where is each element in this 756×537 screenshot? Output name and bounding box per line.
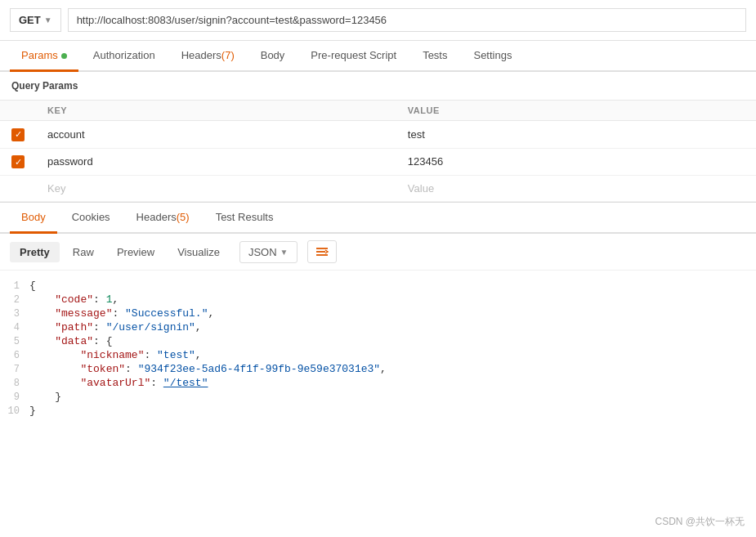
format-toolbar: Pretty Raw Preview Visualize JSON ▼	[0, 234, 756, 271]
fmt-raw[interactable]: Raw	[63, 242, 104, 262]
tab-headers[interactable]: Headers(7)	[170, 41, 246, 72]
response-tab-headers[interactable]: Headers(5)	[125, 203, 201, 234]
th-checkbox	[0, 101, 36, 121]
empty-key[interactable]: Key	[36, 176, 396, 202]
json-line-5: 5 "data": {	[0, 334, 756, 348]
row2-key[interactable]: password	[36, 148, 396, 176]
request-tabs: Params Authorization Headers(7) Body Pre…	[0, 41, 756, 72]
table-row: ✓ password 123456	[0, 148, 756, 176]
row1-key[interactable]: account	[36, 121, 396, 149]
json-line-8: 8 "avatarUrl": "/test"	[0, 376, 756, 390]
row2-checkbox[interactable]: ✓	[11, 155, 25, 168]
response-tab-body[interactable]: Body	[10, 203, 57, 234]
th-key: KEY	[36, 101, 396, 121]
wrap-button[interactable]	[307, 240, 337, 263]
json-line-9: 9 }	[0, 390, 756, 404]
tab-prerequest[interactable]: Pre-request Script	[299, 41, 408, 72]
json-line-3: 3 "message": "Successful.",	[0, 307, 756, 320]
row1-value[interactable]: test	[396, 121, 756, 149]
table-row: ✓ account test	[0, 121, 756, 149]
avatar-url-link[interactable]: "/test"	[163, 377, 208, 389]
empty-checkbox-cell	[0, 176, 36, 202]
url-bar: GET ▼	[0, 0, 756, 41]
json-display: 1 { 2 "code": 1, 3 "message": "Successfu…	[0, 271, 756, 497]
fmt-preview[interactable]: Preview	[107, 242, 164, 262]
row1-checkbox[interactable]: ✓	[11, 128, 25, 141]
method-chevron-icon: ▼	[44, 16, 52, 25]
row2-value[interactable]: 123456	[396, 148, 756, 176]
row2-checkbox-cell[interactable]: ✓	[0, 148, 36, 176]
watermark: CSDN @共饮一杯无	[655, 515, 745, 529]
format-type-label: JSON	[248, 246, 277, 258]
fmt-pretty[interactable]: Pretty	[10, 242, 60, 262]
th-value: VALUE	[396, 101, 756, 121]
params-table: KEY VALUE ✓ account test ✓ passw	[0, 100, 756, 202]
tab-params[interactable]: Params	[10, 41, 78, 72]
tab-body[interactable]: Body	[249, 41, 297, 72]
tab-authorization[interactable]: Authorization	[82, 41, 167, 72]
table-row-empty: Key Value	[0, 176, 756, 202]
response-tab-testresults[interactable]: Test Results	[204, 203, 285, 234]
json-line-2: 2 "code": 1,	[0, 293, 756, 307]
json-line-7: 7 "token": "934f23ee-5ad6-4f1f-99fb-9e59…	[0, 362, 756, 376]
tab-settings[interactable]: Settings	[462, 41, 523, 72]
tab-tests[interactable]: Tests	[411, 41, 459, 72]
format-type-dropdown[interactable]: JSON ▼	[239, 241, 297, 263]
query-params-title: Query Params	[0, 72, 756, 100]
row1-checkbox-cell[interactable]: ✓	[0, 121, 36, 149]
response-tab-cookies[interactable]: Cookies	[60, 203, 122, 234]
response-tabs: Body Cookies Headers(5) Test Results	[0, 203, 756, 234]
params-dot	[61, 53, 67, 59]
json-line-10: 10 }	[0, 404, 756, 418]
json-line-1: 1 {	[0, 279, 756, 293]
method-select[interactable]: GET ▼	[10, 8, 61, 32]
fmt-visualize[interactable]: Visualize	[168, 242, 230, 262]
json-line-6: 6 "nickname": "test",	[0, 348, 756, 362]
empty-value[interactable]: Value	[396, 176, 756, 202]
method-label: GET	[19, 14, 41, 26]
format-type-chevron-icon: ▼	[280, 248, 289, 257]
json-line-4: 4 "path": "/user/signin",	[0, 320, 756, 334]
url-input[interactable]	[68, 8, 746, 32]
